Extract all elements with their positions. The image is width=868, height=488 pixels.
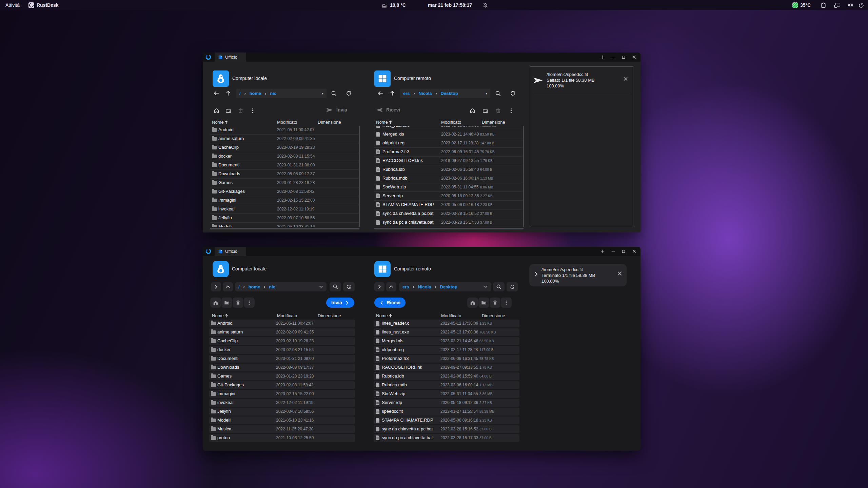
table-row[interactable]: lines_rust.exe 2022-05-13 17:00:36 768.5… (374, 328, 519, 336)
table-row[interactable]: Git-Packages 2023-02-08 11:58:42 (210, 187, 359, 196)
home-button[interactable] (468, 106, 477, 115)
new-tab-button[interactable] (600, 55, 605, 60)
table-row[interactable]: Rubrica.ldb 2023-02-06 15:59:40 64.00 B (374, 165, 524, 174)
local-file-list[interactable]: Android 2021-05-11 00:42:07 anime saturn… (210, 126, 359, 227)
local-file-list[interactable]: Android 2021-05-11 00:42:07 anime saturn… (209, 320, 355, 444)
table-row[interactable]: Merged.xls 2023-02-21 14:46:48 83.50 KB (374, 337, 519, 345)
table-row[interactable]: Immagini 2023-02-15 15:22:00 (210, 196, 359, 205)
new-folder-button[interactable] (481, 106, 490, 115)
table-row[interactable]: Documenti 2023-01-31 21:08:00 (210, 161, 359, 170)
path-breadcrumb[interactable]: › / › home › nic ▾ (236, 89, 327, 98)
new-folder-button[interactable] (221, 298, 232, 308)
table-row[interactable]: Modelli 2021-05-10 23:41:16 (210, 223, 359, 227)
refresh-button[interactable] (508, 89, 517, 98)
dismiss-transfer-button[interactable] (617, 271, 623, 276)
vertical-scrollbar[interactable] (359, 126, 360, 227)
breadcrumb-item[interactable]: Nicola (418, 284, 431, 289)
home-button[interactable] (210, 298, 221, 308)
home-button[interactable] (467, 298, 478, 308)
table-row[interactable]: Rubrica.mdb 2023-02-06 16:00:14 1.13 MB (374, 381, 519, 389)
volume-indicator[interactable] (847, 0, 853, 10)
table-row[interactable]: Merged.xls 2023-02-21 14:46:48 83.50 KB (374, 130, 524, 139)
table-row[interactable]: oldprint.reg 2023-02-17 11:28:28 147.00 … (374, 346, 519, 354)
maximize-button[interactable] (621, 249, 626, 254)
breadcrumb-item[interactable]: Desktop (441, 91, 458, 96)
table-row[interactable]: sync da chiavetta a pc.bat 2022-03-28 15… (374, 425, 519, 433)
titlebar[interactable]: Ufficio (203, 53, 640, 62)
table-row[interactable]: proton 2021-10-08 12:25:59 (209, 434, 355, 442)
session-tab[interactable]: Ufficio (215, 247, 246, 256)
home-button[interactable] (212, 106, 221, 115)
table-row[interactable]: Rubrica.mdb 2023-02-06 16:00:14 1.13 MB (374, 174, 524, 183)
new-tab-button[interactable] (600, 249, 605, 254)
new-folder-button[interactable] (478, 298, 489, 308)
back-button[interactable] (376, 89, 385, 98)
up-button[interactable] (223, 282, 233, 291)
breadcrumb-item[interactable]: / (239, 91, 241, 96)
up-button[interactable] (388, 89, 397, 98)
breadcrumb-item[interactable]: ers (403, 91, 410, 96)
table-row[interactable]: Jellyfin 2022-03-07 10:58:56 (209, 408, 355, 415)
session-tab[interactable]: Ufficio (215, 53, 246, 62)
close-button[interactable] (632, 55, 636, 60)
table-row[interactable]: docker 2023-02-08 21:15:54 (210, 152, 359, 161)
remote-file-list[interactable]: lines_rust.exe 2022-05-13 17:00:36 768.5… (374, 126, 524, 227)
table-row[interactable]: Git-Packages 2023-02-08 11:58:42 (209, 381, 355, 389)
receive-button[interactable]: Ricevi (376, 107, 400, 113)
table-row[interactable]: SbcWeb.zip 2022-05-31 11:04:55 8.86 MB (374, 390, 519, 398)
minimize-button[interactable] (611, 249, 615, 254)
path-breadcrumb[interactable]: › ers › Nicola › Desktop (399, 282, 491, 291)
table-row[interactable]: docker 2023-02-08 21:15:54 (209, 346, 355, 354)
table-row[interactable]: Immagini 2023-02-15 15:22:00 (209, 390, 355, 398)
breadcrumb-caret-icon[interactable]: ▾ (322, 92, 323, 95)
send-button[interactable]: Invia (326, 298, 354, 308)
app-menu[interactable]: RustDesk (28, 0, 59, 10)
breadcrumb-item[interactable]: home (249, 284, 260, 289)
screencast-indicator[interactable] (834, 0, 841, 10)
table-row[interactable]: Modelli 2021-05-10 23:41:16 (209, 416, 355, 424)
table-row[interactable]: oldprint.reg 2023-02-17 11:28:28 147.00 … (374, 139, 524, 148)
table-row[interactable]: anime saturn 2022-02-09 09:41:35 (209, 328, 355, 336)
horizontal-scrollbar[interactable] (374, 228, 524, 229)
table-header[interactable]: Nome Modificato Dimensione (374, 120, 524, 125)
path-breadcrumb[interactable]: › / › home › nic (235, 282, 327, 291)
weather-applet[interactable]: 10,8 °C (381, 0, 406, 10)
table-row[interactable]: Games 2023-01-28 23:19:28 (209, 372, 355, 380)
table-row[interactable]: Rubrica.ldb 2023-02-06 15:59:40 64.00 B (374, 372, 519, 380)
table-row[interactable]: Games 2023-01-28 23:19:28 (210, 179, 359, 187)
refresh-button[interactable] (344, 89, 353, 98)
table-row[interactable]: Server.rdp 2020-05-18 09:12:36 2.27 KB (374, 192, 524, 201)
table-row[interactable]: speedcc.fit 2023-01-27 11:55:54 58.38 MB (374, 408, 519, 415)
path-breadcrumb[interactable]: › ers › Nicola › Desktop ▾ (400, 89, 490, 98)
table-row[interactable]: Jellyfin 2022-03-07 10:58:56 (210, 214, 359, 223)
table-row[interactable]: lines_rust.exe 2022-05-13 17:00:36 768.5… (374, 126, 524, 130)
maximize-button[interactable] (621, 55, 626, 60)
search-button[interactable] (493, 282, 505, 291)
breadcrumb-item[interactable]: ers (402, 284, 409, 289)
table-row[interactable]: anime saturn 2022-02-09 09:41:35 (210, 135, 359, 143)
table-row[interactable]: STAMPA CHIAMATE.RDP 2020-05-06 09:16:18 … (374, 201, 524, 209)
up-button[interactable] (224, 89, 233, 98)
more-options-button[interactable] (501, 298, 512, 308)
delete-button[interactable] (236, 106, 245, 115)
table-row[interactable]: CacheClip 2023-02-19 19:28:23 (210, 143, 359, 152)
clipboard-indicator[interactable] (821, 0, 826, 10)
dismiss-transfer-button[interactable] (623, 76, 628, 82)
breadcrumb-caret-icon[interactable] (484, 285, 488, 289)
back-button[interactable] (212, 89, 221, 98)
breadcrumb-item[interactable]: nic (270, 91, 276, 96)
table-row[interactable]: Downloads 2022-08-08 09:17:37 (210, 170, 359, 179)
table-row[interactable]: Musica 2022-11-25 20:47:30 (209, 425, 355, 433)
new-folder-button[interactable] (224, 106, 233, 115)
delete-button[interactable] (494, 106, 502, 115)
more-options-button[interactable] (507, 106, 515, 115)
receive-button[interactable]: Ricevi (374, 298, 406, 308)
table-row[interactable]: STAMPA CHIAMATE.RDP 2020-05-06 09:16:18 … (374, 416, 519, 424)
table-row[interactable]: SbcWeb.zip 2022-05-31 11:04:55 8.86 MB (374, 183, 524, 192)
breadcrumb-caret-icon[interactable]: ▾ (486, 92, 487, 95)
notifications-muted-icon[interactable] (482, 0, 488, 10)
back-button[interactable] (211, 282, 221, 291)
table-row[interactable]: sync da chiavetta a pc.bat 2022-03-28 15… (374, 209, 524, 218)
table-row[interactable]: Downloads 2022-08-08 09:17:37 (209, 364, 355, 371)
breadcrumb-caret-icon[interactable] (319, 285, 323, 289)
